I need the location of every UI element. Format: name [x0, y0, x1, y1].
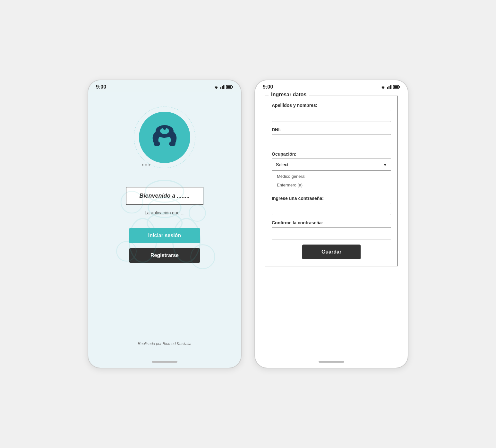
input-confirmar-contrasena[interactable]	[272, 227, 391, 239]
svg-point-22	[169, 141, 175, 146]
wifi-icon	[213, 85, 219, 89]
svg-rect-3	[222, 86, 223, 89]
signal-icon-2	[387, 85, 392, 89]
welcome-text: Bienvenido a ........	[139, 193, 190, 199]
svg-point-21	[154, 141, 160, 146]
status-icons-2	[380, 85, 400, 89]
svg-rect-28	[391, 85, 392, 89]
svg-rect-2	[220, 87, 221, 89]
form-group-dni: DNI:	[272, 127, 391, 146]
fieldset-ingresar-datos: Ingresar datos Apellidos y nombres: DNI:…	[265, 96, 398, 266]
pelvis-icon	[149, 121, 181, 153]
label-ocupacion: Ocupación:	[272, 151, 391, 157]
svg-rect-30	[399, 86, 400, 88]
form-content: Ingresar datos Apellidos y nombres: DNI:…	[255, 92, 408, 356]
svg-point-18	[156, 125, 174, 137]
svg-point-19	[160, 128, 169, 134]
home-button-area-2	[255, 356, 408, 368]
status-time-1: 9:00	[96, 84, 106, 90]
svg-rect-7	[232, 86, 233, 88]
welcome-box: Bienvenido a ........	[126, 187, 203, 205]
welcome-content: Bienvenido a ........ La aplicación que …	[88, 92, 241, 356]
label-confirmar: Confirme la contraseña:	[272, 220, 391, 225]
status-bar-2: 9:00	[255, 80, 408, 92]
label-contrasena: Ingrese una contraseña:	[272, 196, 391, 201]
status-time-2: 9:00	[263, 84, 273, 90]
home-button-bar-2[interactable]	[319, 361, 344, 363]
home-button-area	[88, 356, 241, 368]
welcome-text-area: Bienvenido a ........ La aplicación que …	[126, 174, 203, 215]
option-enfermero[interactable]: Enfermero (a)	[272, 181, 391, 189]
logo-circle	[139, 112, 190, 163]
battery-icon	[226, 85, 233, 89]
svg-rect-4	[223, 85, 224, 89]
svg-rect-5	[224, 85, 225, 89]
decorative-dots	[133, 164, 197, 168]
home-button-bar[interactable]	[152, 361, 177, 363]
select-wrapper-ocupacion: Select Médico general Enfermero (a) ▼	[272, 159, 391, 171]
buttons-area: Iniciar sesión Registrarse	[101, 228, 228, 263]
logo-area	[133, 112, 197, 168]
svg-rect-26	[389, 86, 389, 89]
status-icons-1	[213, 85, 233, 89]
status-bar-1: 9:00	[88, 80, 241, 92]
label-apellidos: Apellidos y nombres:	[272, 103, 391, 108]
footer-text: Realizado por Biomed Kuskalla	[138, 335, 192, 346]
signal-icon	[220, 85, 225, 89]
svg-rect-20	[163, 125, 166, 130]
svg-rect-31	[394, 86, 398, 88]
register-button[interactable]: Registrarse	[129, 248, 200, 263]
input-contrasena[interactable]	[272, 203, 391, 215]
form-group-confirmar: Confirme la contraseña:	[272, 220, 391, 239]
form-group-apellidos: Apellidos y nombres:	[272, 103, 391, 122]
select-ocupacion[interactable]: Select Médico general Enfermero (a)	[272, 159, 391, 171]
battery-icon-2	[393, 85, 400, 89]
svg-rect-27	[390, 85, 391, 89]
input-dni[interactable]	[272, 134, 391, 146]
wifi-icon-2	[380, 85, 386, 89]
form-group-ocupacion: Ocupación: Select Médico general Enferme…	[272, 151, 391, 191]
input-apellidos[interactable]	[272, 110, 391, 122]
option-medico-general[interactable]: Médico general	[272, 172, 391, 181]
label-dni: DNI:	[272, 127, 391, 132]
svg-rect-8	[227, 86, 231, 88]
form-title: Ingresar datos	[269, 92, 309, 98]
subtitle: La aplicación que ...	[145, 210, 185, 215]
phone-register: 9:00 Ingresar datos Apelli	[254, 80, 408, 368]
save-button[interactable]: Guardar	[302, 245, 361, 259]
dropdown-options: Médico general Enfermero (a)	[272, 171, 391, 191]
form-group-contrasena: Ingrese una contraseña:	[272, 196, 391, 215]
phone-welcome: 9:00	[88, 80, 242, 368]
login-button[interactable]: Iniciar sesión	[129, 228, 200, 243]
svg-rect-25	[387, 87, 388, 89]
